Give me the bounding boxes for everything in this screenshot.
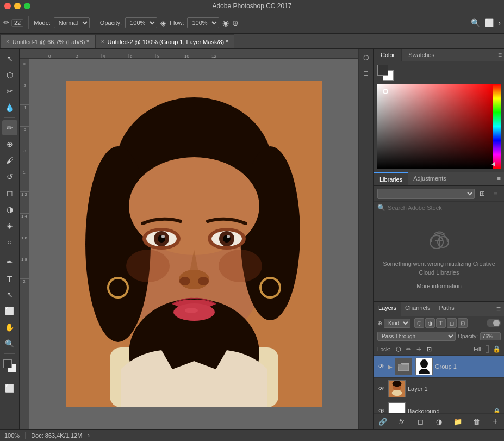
close-button[interactable] <box>4 3 11 9</box>
layer-item-background[interactable]: 👁 Background 🔒 <box>374 400 504 413</box>
filter-pixel-icon[interactable]: ⬡ <box>414 318 424 328</box>
search-icon[interactable]: 🔍 <box>471 18 480 27</box>
clone-tool[interactable]: 🖌 <box>2 153 17 168</box>
brush-tool[interactable]: ✏ <box>2 120 17 135</box>
tab-swatches[interactable]: Swatches <box>402 49 441 61</box>
filter-shape-icon[interactable]: ◻ <box>447 318 457 328</box>
layer-layer1-visibility[interactable]: 👁 <box>377 384 386 393</box>
tab-paths[interactable]: Paths <box>435 302 459 316</box>
gradient-tool[interactable]: ◑ <box>2 202 17 217</box>
color-picker-area[interactable] <box>377 84 501 169</box>
layer-group1-visibility[interactable]: 👁 <box>377 362 386 371</box>
window-title: Adobe Photoshop CC 2017 <box>212 2 291 10</box>
tab-untitled-1-close[interactable]: × <box>6 39 9 45</box>
grid-view-icon[interactable]: ⊞ <box>477 188 488 199</box>
fill-slider[interactable] <box>486 345 489 353</box>
filter-toggle[interactable] <box>487 319 501 327</box>
folder-icon <box>398 362 409 371</box>
opacity-input[interactable] <box>480 332 501 340</box>
path-tool[interactable]: ↖ <box>2 287 17 302</box>
lock-transparent-icon[interactable]: ⬡ <box>394 345 403 353</box>
opacity-label: Opacity: <box>458 333 478 339</box>
flow-select[interactable]: 100% <box>187 17 219 28</box>
zoom-tool[interactable]: 🔍 <box>2 336 17 351</box>
mode-select[interactable]: Normal <box>54 17 90 28</box>
filter-smart-icon[interactable]: ⊡ <box>458 318 468 328</box>
hue-strip[interactable] <box>493 84 501 169</box>
shape-tool[interactable]: ⬜ <box>2 303 17 319</box>
angle-icon[interactable]: ⊕ <box>232 18 239 27</box>
right-panel: Color Swatches ≡ <box>374 49 504 429</box>
libraries-dropdown[interactable] <box>377 189 475 199</box>
add-layer-btn[interactable]: + <box>490 416 501 427</box>
tab-untitled-2[interactable]: × Untitled-2 @ 100% (Group 1, Layer Mask… <box>95 34 234 48</box>
canvas-container[interactable] <box>29 59 358 429</box>
color-panel-collapse-icon[interactable]: ≡ <box>498 51 502 59</box>
add-group-btn[interactable]: 📁 <box>452 416 463 427</box>
history-tool[interactable]: ↺ <box>2 169 17 184</box>
color-gradient[interactable] <box>377 84 493 169</box>
type-tool[interactable]: T <box>2 271 17 286</box>
tab-adjustments[interactable]: Adjustments <box>408 172 452 185</box>
healing-tool[interactable]: ⊕ <box>2 136 17 152</box>
foreground-background-colors[interactable] <box>2 358 17 374</box>
layer-group1-expand[interactable]: ▶ <box>388 364 393 370</box>
foreground-picker[interactable] <box>377 65 388 76</box>
layers-panel-menu[interactable]: ≡ <box>493 302 504 316</box>
add-mask-btn[interactable]: ◻ <box>415 416 426 427</box>
eyedropper-tool[interactable]: 💧 <box>2 100 17 115</box>
right-strip-btn-1[interactable]: ⬡ <box>359 51 372 64</box>
add-adjustment-btn[interactable]: ◑ <box>434 416 445 427</box>
move-tool[interactable]: ↖ <box>2 51 17 66</box>
quick-mask-tool[interactable]: ⬜ <box>2 381 17 396</box>
tab-channels[interactable]: Channels <box>401 302 434 316</box>
list-view-icon[interactable]: ≡ <box>490 188 501 199</box>
statusbar-arrow[interactable]: › <box>88 432 90 439</box>
maximize-button[interactable] <box>24 3 30 9</box>
lock-pixels-icon[interactable]: ✏ <box>405 345 413 353</box>
lock-position-icon[interactable]: ✛ <box>415 345 424 353</box>
tab-libraries[interactable]: Libraries <box>374 172 408 185</box>
minimize-button[interactable] <box>14 3 21 9</box>
layer-item-layer1[interactable]: 👁 Layer 1 <box>374 378 504 400</box>
layer-background-visibility[interactable]: 👁 <box>377 407 386 413</box>
blend-mode-select[interactable]: Pass Through <box>377 332 456 341</box>
mode-label: Mode: <box>34 20 51 26</box>
right-strip-btn-2[interactable]: ◻ <box>359 66 372 79</box>
libraries-tabs: Libraries Adjustments ≡ <box>374 172 504 186</box>
eraser-tool[interactable]: ◻ <box>2 185 17 201</box>
link-layers-btn[interactable]: 🔗 <box>377 416 388 427</box>
tab-untitled-1[interactable]: × Untitled-1 @ 66,7% (Lab/8) * <box>0 34 95 48</box>
tab-layers[interactable]: Layers <box>374 302 401 316</box>
arrow-icon[interactable]: › <box>498 18 501 27</box>
filter-adjust-icon[interactable]: ◑ <box>425 318 435 328</box>
libraries-search-input[interactable] <box>388 204 501 211</box>
svg-point-21 <box>179 277 190 285</box>
tab-untitled-2-close[interactable]: × <box>101 39 104 45</box>
workspace-icon[interactable]: ⬜ <box>484 18 494 27</box>
libraries-panel-menu[interactable]: ≡ <box>494 172 504 185</box>
airbrush-icon[interactable]: ◈ <box>160 18 166 27</box>
libraries-error-text: Something went wrong initializing Creati… <box>383 259 495 277</box>
lasso-tool[interactable]: ⬡ <box>2 67 17 83</box>
foreground-color-swatch[interactable] <box>3 359 12 368</box>
libraries-more-link[interactable]: More information <box>416 283 462 289</box>
titlebar: Adobe Photoshop CC 2017 <box>0 0 504 12</box>
filter-type-icon[interactable]: T <box>436 318 446 328</box>
brush-size-value[interactable]: 22 <box>11 19 23 27</box>
traffic-lights <box>4 3 30 9</box>
pen-tool[interactable]: ✒ <box>2 254 17 270</box>
opacity-select[interactable]: 100% <box>125 17 157 28</box>
add-style-btn[interactable]: fx <box>396 416 407 427</box>
blur-tool[interactable]: ◈ <box>2 218 17 233</box>
delete-layer-btn[interactable]: 🗑 <box>471 416 482 427</box>
smoothing-icon[interactable]: ◉ <box>222 18 229 27</box>
dodge-tool[interactable]: ○ <box>2 234 17 250</box>
svg-point-28 <box>219 250 262 282</box>
lock-all-icon[interactable]: ⊡ <box>425 345 434 353</box>
layer-item-group1[interactable]: 👁 ▶ <box>374 356 504 378</box>
filter-kind-select[interactable]: Kind <box>384 319 410 328</box>
crop-tool[interactable]: ✂ <box>2 84 17 99</box>
tab-color[interactable]: Color <box>374 49 402 61</box>
hand-tool[interactable]: ✋ <box>2 320 17 335</box>
